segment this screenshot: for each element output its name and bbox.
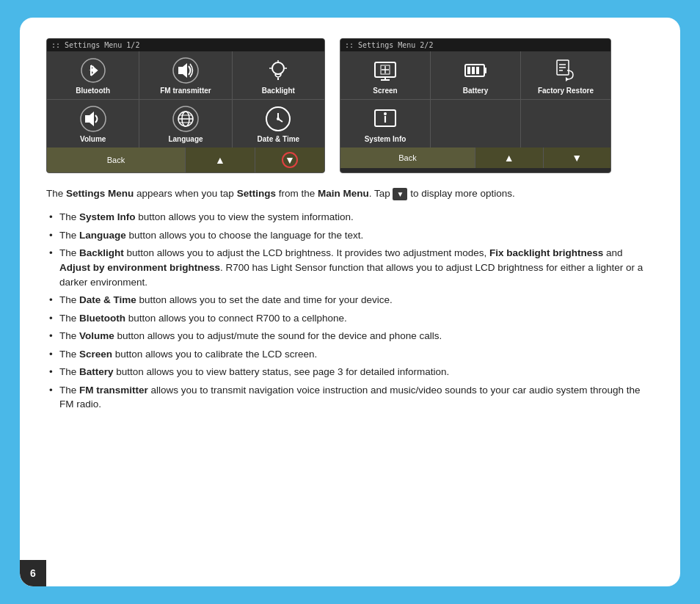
svg-marker-10: [85, 112, 94, 126]
bluetooth-icon: ✦: [80, 57, 106, 84]
menu2-battery-label: Battery: [463, 87, 488, 95]
menu1-nav-up[interactable]: ▲: [186, 148, 255, 172]
menu1-backlight-label: Backlight: [262, 87, 295, 95]
list-item-backlight: The Backlight button allows you to adjus…: [46, 246, 654, 289]
language-icon: [172, 106, 199, 132]
settings-menu-bold: Settings Menu: [66, 188, 134, 199]
nav-down-highlight: ▼: [282, 152, 298, 168]
menu2-nav-down[interactable]: ▼: [544, 148, 611, 168]
volume-icon: [80, 106, 106, 132]
menu2-sysinfo-label: System Info: [365, 135, 406, 143]
list-item-screen: The Screen button allows you to calibrat…: [46, 347, 654, 362]
page-container: :: Settings Menu 1/2 ✦ Bluetooth: [20, 18, 680, 586]
menus-row: :: Settings Menu 1/2 ✦ Bluetooth: [46, 38, 654, 173]
intro-paragraph: The Settings Menu appears when you tap S…: [46, 186, 654, 201]
menu1-item-language[interactable]: Language: [139, 100, 231, 148]
menu1-nav-down[interactable]: ▼: [255, 148, 324, 172]
menu2-item-screen[interactable]: Screen: [340, 51, 430, 99]
menu2-factory-label: Factory Restore: [538, 87, 594, 95]
fm-icon: [172, 57, 199, 84]
menu2-bottom-bar: Back ▲ ▼: [340, 148, 610, 168]
menu2-item-sysinfo[interactable]: i System Info: [340, 100, 430, 148]
menu1-fm-label: FM transmitter: [160, 87, 211, 95]
menu1-item-bluetooth[interactable]: ✦ Bluetooth: [47, 51, 139, 99]
menu1-language-label: Language: [168, 135, 203, 143]
menu1-bottom-bar: Back ▲ ▼: [47, 148, 324, 172]
screen-icon: [372, 57, 398, 84]
menu2-item-battery[interactable]: Battery: [431, 51, 520, 99]
menu1-item-datetime[interactable]: Date & Time: [233, 100, 324, 148]
svg-rect-28: [484, 68, 486, 73]
list-item-volume: The Volume button allows you to adjust/m…: [46, 329, 654, 343]
settings-bold: Settings: [237, 188, 276, 199]
svg-point-20: [277, 117, 280, 120]
bullet-list: The System Info button allows you to vie…: [46, 210, 654, 412]
svg-rect-31: [476, 67, 479, 74]
menu1-item-fm[interactable]: FM transmitter: [139, 51, 231, 99]
menu-screenshot-1: :: Settings Menu 1/2 ✦ Bluetooth: [46, 38, 325, 173]
battery-icon: [462, 57, 489, 84]
list-item-language: The Language button allows you to choose…: [46, 228, 654, 243]
menu2-back-btn[interactable]: Back: [340, 148, 475, 168]
menu2-title: :: Settings Menu 2/2: [340, 39, 610, 51]
svg-marker-36: [566, 77, 569, 81]
menu2-empty-2: [521, 100, 610, 148]
list-item-fm: The FM transmitter allows you to transmi…: [46, 383, 654, 412]
svg-point-4: [272, 62, 284, 74]
menu1-title: :: Settings Menu 1/2: [47, 39, 324, 51]
menu2-screen-label: Screen: [373, 87, 397, 95]
menu1-volume-label: Volume: [80, 135, 106, 143]
menu-screenshot-2: :: Settings Menu 2/2: [340, 38, 611, 173]
page-number: 6: [20, 560, 46, 586]
menu2-empty-1: [431, 100, 520, 148]
datetime-icon: [265, 106, 291, 132]
sysinfo-icon: i: [372, 106, 398, 132]
menu1-grid: ✦ Bluetooth: [47, 51, 324, 148]
menu1-item-backlight[interactable]: Backlight: [233, 51, 324, 99]
list-item-datetime: The Date & Time button allows you to set…: [46, 293, 654, 308]
menu1-datetime-label: Date & Time: [258, 135, 300, 143]
svg-rect-30: [472, 67, 475, 74]
svg-marker-3: [178, 63, 187, 78]
menu1-back-btn[interactable]: Back: [47, 148, 185, 172]
list-item-battery: The Battery button allows you to view ba…: [46, 365, 654, 379]
svg-point-39: [384, 112, 387, 115]
main-menu-bold: Main Menu: [318, 188, 369, 199]
menu2-item-factory[interactable]: Factory Restore: [521, 51, 610, 99]
list-item-bluetooth: The Bluetooth button allows you to conne…: [46, 311, 654, 326]
backlight-icon: [265, 57, 291, 84]
menu1-bluetooth-label: Bluetooth: [76, 87, 110, 95]
text-content: The Settings Menu appears when you tap S…: [46, 186, 654, 412]
list-item-sysinfo: The System Info button allows you to vie…: [46, 210, 654, 225]
menu2-grid: Screen Battery: [340, 51, 610, 148]
svg-rect-29: [467, 67, 470, 74]
factory-icon: [553, 57, 579, 84]
menu2-nav-up[interactable]: ▲: [475, 148, 543, 168]
inline-down-btn: ▼: [393, 188, 407, 200]
menu1-item-volume[interactable]: Volume: [47, 100, 139, 148]
